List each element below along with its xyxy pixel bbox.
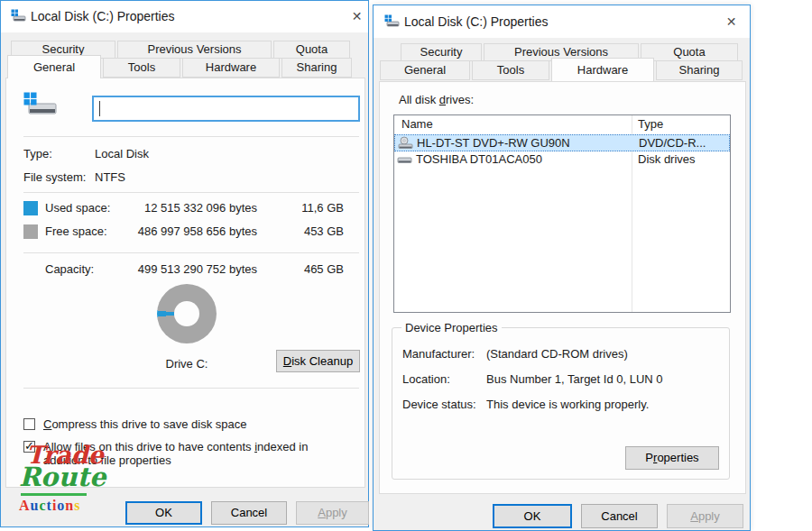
index-label: Allow files on this drive to have conten…: [43, 440, 352, 467]
hdd-icon: [397, 152, 413, 167]
watermark-auctions: Auctions: [19, 498, 81, 514]
hardware-tab-page: All disk drives: Name Type: [379, 81, 746, 494]
volume-label-input[interactable]: [92, 96, 360, 122]
tab-sharing[interactable]: Sharing: [656, 60, 743, 80]
tab-general[interactable]: General: [7, 55, 101, 78]
used-space-size: 11,6 GB: [277, 201, 344, 215]
apply-button[interactable]: Apply: [667, 504, 743, 528]
filesystem-label: File system:: [23, 170, 86, 184]
tab-quota[interactable]: Quota: [641, 43, 738, 61]
device-type: Disk drives: [638, 152, 696, 166]
list-header[interactable]: Name Type: [394, 115, 730, 133]
capacity-bytes: 499 513 290 752 bytes: [131, 262, 257, 276]
cd-drive-icon: [398, 136, 414, 151]
all-disk-drives-label: All disk drives:: [399, 93, 474, 106]
tab-tools[interactable]: Tools: [472, 60, 549, 80]
device-status-value: This device is working properly.: [486, 398, 649, 411]
free-space-swatch: [23, 224, 38, 239]
disk-cleanup-button[interactable]: Disk Cleanup: [276, 350, 360, 372]
capacity-label: Capacity:: [45, 262, 94, 276]
close-icon[interactable]: ✕: [722, 13, 741, 32]
drive-icon: [384, 14, 400, 30]
tab-tools[interactable]: Tools: [103, 58, 180, 78]
donut-hole: [174, 301, 199, 326]
tab-sharing[interactable]: Sharing: [281, 58, 352, 78]
general-tab-page: Type: Local Disk File system: NTFS Used …: [5, 78, 365, 488]
list-row-hdd[interactable]: TOSHIBA DT01ACA050 Disk drives: [394, 151, 730, 169]
type-value: Local Disk: [95, 147, 149, 160]
properties-button[interactable]: Properties: [625, 446, 719, 470]
drive-icon-large: [23, 92, 58, 121]
divider: [23, 252, 359, 253]
compress-checkbox[interactable]: [23, 418, 35, 430]
right-titlebar[interactable]: Local Disk (C:) Properties ✕: [374, 5, 750, 38]
list-row-cdrom[interactable]: HL-DT-ST DVD+-RW GU90N DVD/CD-R...: [394, 134, 730, 151]
watermark-underline: [21, 493, 87, 496]
index-checkbox[interactable]: [23, 441, 35, 453]
manufacturer-label: Manufacturer:: [402, 347, 475, 361]
close-icon[interactable]: ✕: [347, 7, 366, 26]
tab-hardware[interactable]: Hardware: [182, 58, 280, 78]
filesystem-value: NTFS: [95, 170, 125, 184]
capacity-donut: [157, 284, 217, 343]
used-space-label: Used space:: [45, 201, 110, 215]
ok-button[interactable]: OK: [493, 504, 572, 528]
used-space-bytes: 12 515 332 096 bytes: [131, 201, 257, 215]
location-value: Bus Number 1, Target Id 0, LUN 0: [486, 372, 663, 386]
free-space-size: 453 GB: [277, 224, 344, 238]
tab-hardware[interactable]: Hardware: [551, 58, 654, 81]
device-name: HL-DT-ST DVD+-RW GU90N: [417, 136, 570, 150]
manufacturer-value: (Standard CD-ROM drives): [486, 347, 628, 361]
column-header-type[interactable]: Type: [638, 117, 663, 131]
tab-quota[interactable]: Quota: [273, 41, 350, 59]
type-label: Type:: [23, 147, 52, 160]
tab-previous-versions[interactable]: Previous Versions: [117, 41, 272, 59]
divider: [23, 136, 359, 137]
group-title: Device Properties: [401, 321, 502, 334]
drive-icon: [11, 9, 26, 24]
location-label: Location:: [402, 372, 450, 386]
column-header-name[interactable]: Name: [401, 117, 433, 131]
apply-button[interactable]: Apply: [296, 501, 369, 525]
used-space-swatch: [23, 201, 38, 215]
cancel-button[interactable]: Cancel: [211, 501, 287, 525]
right-properties-dialog: Local Disk (C:) Properties ✕ Security Pr…: [373, 5, 751, 531]
divider: [23, 388, 359, 389]
dialog-title: Local Disk (C:) Properties: [404, 5, 549, 38]
dialog-title: Local Disk (C:) Properties: [31, 1, 175, 32]
device-status-label: Device status:: [402, 398, 476, 411]
desktop: Local Disk (C:) Properties ✕ Security Pr…: [0, 0, 812, 531]
left-properties-dialog: Local Disk (C:) Properties ✕ Security Pr…: [0, 0, 369, 527]
free-space-label: Free space:: [45, 224, 107, 238]
free-space-bytes: 486 997 958 656 bytes: [131, 224, 257, 238]
device-name: TOSHIBA DT01ACA050: [416, 152, 542, 166]
left-titlebar[interactable]: Local Disk (C:) Properties ✕: [1, 1, 368, 32]
cancel-button[interactable]: Cancel: [581, 504, 658, 528]
device-properties-group: Device Properties Manufacturer: (Standar…: [392, 327, 730, 480]
compress-label: Compress this drive to save disk space: [43, 417, 246, 431]
text-caret: [99, 101, 100, 116]
drive-c-label: Drive C:: [140, 357, 234, 371]
ok-button[interactable]: OK: [125, 501, 202, 525]
disk-drives-list[interactable]: Name Type HL-DT-ST DVD+-RW GU90N DVD/CD-…: [393, 114, 731, 313]
capacity-size: 465 GB: [277, 262, 344, 276]
device-type: DVD/CD-R...: [639, 136, 706, 150]
tab-general[interactable]: General: [380, 60, 470, 80]
tab-security[interactable]: Security: [401, 43, 482, 61]
divider: [23, 192, 359, 193]
